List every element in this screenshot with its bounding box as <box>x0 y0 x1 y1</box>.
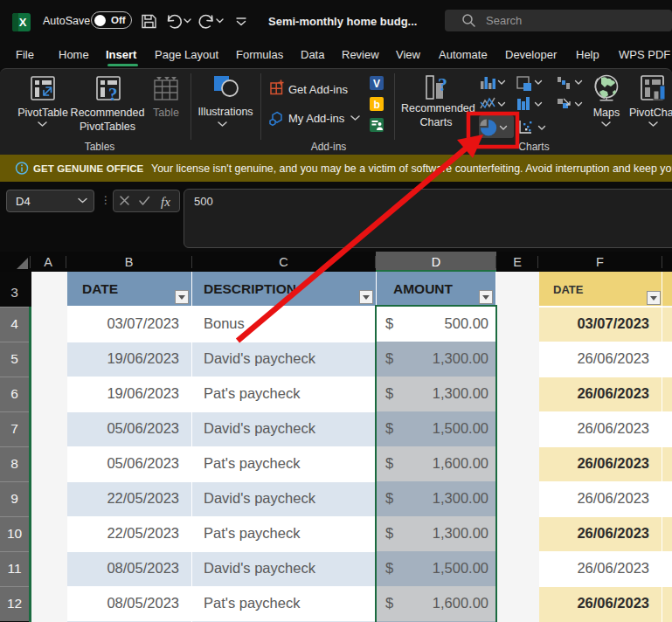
svg-text:?: ? <box>108 84 118 105</box>
svg-text:V: V <box>373 78 380 90</box>
svg-text:fx: fx <box>161 195 170 209</box>
svg-text:b: b <box>374 99 380 111</box>
svg-text:?: ? <box>438 73 447 95</box>
